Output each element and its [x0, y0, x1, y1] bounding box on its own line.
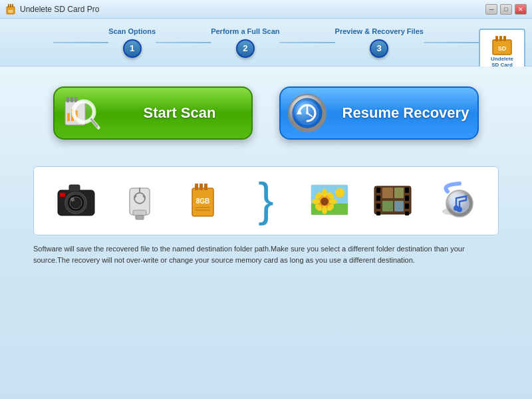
svg-rect-13: [74, 97, 77, 102]
description-text: Software will save the recovered file to…: [33, 243, 499, 265]
svg-rect-64: [376, 188, 380, 193]
svg-rect-74: [382, 201, 393, 211]
titlebar-controls: ─ □ ✕: [485, 4, 527, 15]
sd-card-icon: 8GB: [180, 176, 226, 223]
step-line-right: [424, 42, 479, 43]
svg-rect-14: [67, 113, 70, 121]
steps-container: Scan Options 1 Perform a Full Scan 2 Pre…: [53, 27, 479, 58]
svg-rect-41: [136, 215, 144, 219]
start-scan-button[interactable]: Start Scan: [53, 86, 253, 140]
steps-bar: Scan Options 1 Perform a Full Scan 2 Pre…: [0, 19, 532, 66]
step-2-label: Perform a Full Scan: [211, 27, 279, 35]
svg-rect-68: [405, 188, 409, 193]
svg-point-80: [457, 207, 462, 212]
device-icons-row: 8GB }: [45, 176, 487, 223]
usb-drive-icon: [116, 176, 163, 223]
audio-icon: [432, 176, 479, 223]
step-line-mid-left: [156, 42, 211, 43]
svg-rect-73: [394, 188, 404, 198]
svg-rect-1: [8, 4, 9, 7]
svg-text:8GB: 8GB: [196, 198, 210, 205]
svg-point-27: [306, 112, 309, 114]
titlebar-left: SD Undelete SD Card Pro: [5, 4, 99, 15]
svg-rect-65: [376, 196, 380, 201]
step-1-circle: 1: [123, 39, 142, 58]
minimize-button[interactable]: ─: [485, 4, 497, 15]
resume-recovery-label: Resume Recovery: [334, 104, 477, 122]
svg-rect-69: [405, 196, 409, 201]
film-strip-icon: [369, 176, 416, 223]
recovery-icon-area: [281, 86, 334, 140]
svg-point-32: [70, 198, 74, 201]
svg-rect-40: [133, 210, 146, 215]
svg-rect-45: [204, 184, 207, 190]
svg-point-57: [312, 199, 320, 204]
svg-rect-72: [382, 188, 393, 198]
step-1-label: Scan Options: [108, 27, 156, 35]
svg-rect-43: [195, 184, 198, 190]
svg-rect-11: [66, 97, 69, 102]
step-3-label: Preview & Recovery Files: [335, 27, 424, 35]
svg-rect-12: [70, 97, 73, 102]
app-icon: SD: [5, 4, 16, 15]
logo-icon: SD: [490, 36, 514, 56]
main-content: Start Scan: [0, 66, 532, 399]
svg-rect-34: [60, 193, 65, 197]
svg-text:SD: SD: [9, 9, 13, 13]
logo-line1: Undelete: [491, 56, 513, 62]
app-title: Undelete SD Card Pro: [20, 5, 99, 14]
info-box: 8GB }: [33, 166, 499, 235]
svg-rect-8: [503, 36, 506, 41]
svg-rect-33: [69, 185, 80, 192]
camera-icon: [53, 176, 100, 223]
svg-rect-6: [495, 36, 498, 41]
svg-rect-66: [376, 203, 380, 209]
svg-point-58: [329, 199, 337, 204]
svg-rect-70: [405, 203, 409, 209]
svg-text:SD: SD: [498, 45, 507, 52]
buttons-row: Start Scan: [33, 86, 499, 140]
scan-icon-area: [55, 86, 108, 140]
titlebar: SD Undelete SD Card Pro ─ □ ✕: [0, 0, 532, 19]
resume-recovery-button[interactable]: Resume Recovery: [279, 86, 479, 140]
maximize-button[interactable]: □: [500, 4, 512, 15]
step-line-left: [53, 42, 108, 43]
arrow-brace-icon: }: [243, 176, 289, 223]
step-2-circle: 2: [236, 39, 255, 58]
svg-point-55: [322, 189, 327, 197]
svg-rect-2: [10, 4, 11, 7]
svg-point-56: [322, 206, 327, 214]
step-1: Scan Options 1: [108, 27, 156, 58]
svg-point-54: [321, 198, 329, 205]
step-2: Perform a Full Scan 2: [211, 27, 279, 58]
step-3: Preview & Recovery Files 3: [335, 27, 424, 58]
svg-rect-44: [200, 184, 203, 190]
svg-rect-3: [12, 4, 13, 7]
photo-icon: [306, 176, 352, 223]
svg-rect-7: [499, 36, 502, 41]
magnify-chart-icon: [60, 92, 102, 134]
recovery-clock-icon: [287, 93, 327, 133]
close-button[interactable]: ✕: [515, 4, 527, 15]
svg-point-51: [335, 188, 344, 198]
step-line-mid-right: [279, 42, 334, 43]
step-3-circle: 3: [370, 39, 388, 58]
svg-rect-67: [376, 211, 380, 215]
svg-rect-75: [394, 201, 404, 211]
start-scan-label: Start Scan: [108, 104, 251, 122]
svg-rect-71: [405, 211, 409, 215]
